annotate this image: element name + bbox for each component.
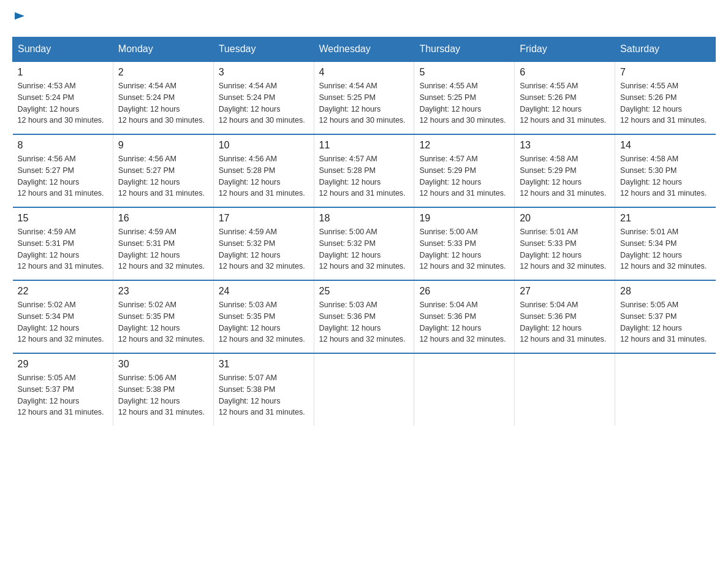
calendar-cell: 1Sunrise: 4:53 AMSunset: 5:24 PMDaylight…	[13, 61, 113, 134]
day-number: 2	[118, 67, 208, 78]
day-info: Sunrise: 5:02 AMSunset: 5:34 PMDaylight:…	[18, 299, 108, 345]
calendar-cell: 15Sunrise: 4:59 AMSunset: 5:31 PMDayligh…	[13, 207, 113, 280]
day-number: 11	[319, 140, 409, 151]
day-number: 1	[18, 67, 108, 78]
day-info: Sunrise: 5:05 AMSunset: 5:37 PMDaylight:…	[620, 299, 710, 345]
day-number: 30	[118, 359, 208, 370]
calendar-cell: 19Sunrise: 5:00 AMSunset: 5:33 PMDayligh…	[414, 207, 515, 280]
day-number: 16	[118, 213, 208, 224]
day-number: 29	[18, 359, 108, 370]
day-number: 28	[620, 286, 710, 297]
calendar-cell: 20Sunrise: 5:01 AMSunset: 5:33 PMDayligh…	[515, 207, 615, 280]
calendar-table: SundayMondayTuesdayWednesdayThursdayFrid…	[12, 37, 716, 426]
day-info: Sunrise: 4:55 AMSunset: 5:26 PMDaylight:…	[520, 80, 610, 126]
day-number: 6	[520, 67, 610, 78]
calendar-cell: 10Sunrise: 4:56 AMSunset: 5:28 PMDayligh…	[213, 134, 314, 207]
calendar-cell	[314, 353, 414, 426]
day-info: Sunrise: 4:57 AMSunset: 5:29 PMDaylight:…	[419, 153, 509, 199]
day-info: Sunrise: 5:04 AMSunset: 5:36 PMDaylight:…	[520, 299, 610, 345]
day-info: Sunrise: 5:00 AMSunset: 5:33 PMDaylight:…	[419, 226, 509, 272]
day-info: Sunrise: 5:05 AMSunset: 5:37 PMDaylight:…	[18, 372, 108, 418]
calendar-cell: 7Sunrise: 4:55 AMSunset: 5:26 PMDaylight…	[615, 61, 716, 134]
calendar-cell: 8Sunrise: 4:56 AMSunset: 5:27 PMDaylight…	[13, 134, 113, 207]
day-info: Sunrise: 5:02 AMSunset: 5:35 PMDaylight:…	[118, 299, 208, 345]
day-number: 20	[520, 213, 610, 224]
day-number: 15	[18, 213, 108, 224]
calendar-cell: 23Sunrise: 5:02 AMSunset: 5:35 PMDayligh…	[113, 280, 213, 353]
calendar-cell: 11Sunrise: 4:57 AMSunset: 5:28 PMDayligh…	[314, 134, 414, 207]
day-number: 10	[219, 140, 309, 151]
calendar-cell: 6Sunrise: 4:55 AMSunset: 5:26 PMDaylight…	[515, 61, 615, 134]
calendar-cell	[515, 353, 615, 426]
calendar-cell: 30Sunrise: 5:06 AMSunset: 5:38 PMDayligh…	[113, 353, 213, 426]
calendar-cell: 27Sunrise: 5:04 AMSunset: 5:36 PMDayligh…	[515, 280, 615, 353]
column-header-tuesday: Tuesday	[213, 37, 314, 62]
calendar-cell: 9Sunrise: 4:56 AMSunset: 5:27 PMDaylight…	[113, 134, 213, 207]
calendar-cell	[414, 353, 515, 426]
day-number: 7	[620, 67, 710, 78]
day-info: Sunrise: 4:54 AMSunset: 5:24 PMDaylight:…	[118, 80, 208, 126]
calendar-cell: 18Sunrise: 5:00 AMSunset: 5:32 PMDayligh…	[314, 207, 414, 280]
column-header-sunday: Sunday	[13, 37, 113, 62]
day-info: Sunrise: 4:56 AMSunset: 5:27 PMDaylight:…	[118, 153, 208, 199]
calendar-cell: 17Sunrise: 4:59 AMSunset: 5:32 PMDayligh…	[213, 207, 314, 280]
day-info: Sunrise: 4:59 AMSunset: 5:31 PMDaylight:…	[18, 226, 108, 272]
day-info: Sunrise: 4:56 AMSunset: 5:27 PMDaylight:…	[18, 153, 108, 199]
day-info: Sunrise: 4:58 AMSunset: 5:30 PMDaylight:…	[620, 153, 710, 199]
calendar-cell: 2Sunrise: 4:54 AMSunset: 5:24 PMDaylight…	[113, 61, 213, 134]
day-number: 13	[520, 140, 610, 151]
day-number: 17	[219, 213, 309, 224]
calendar-week-row: 15Sunrise: 4:59 AMSunset: 5:31 PMDayligh…	[13, 207, 716, 280]
day-number: 12	[419, 140, 509, 151]
day-info: Sunrise: 4:54 AMSunset: 5:24 PMDaylight:…	[219, 80, 309, 126]
calendar-cell: 13Sunrise: 4:58 AMSunset: 5:29 PMDayligh…	[515, 134, 615, 207]
calendar-cell: 12Sunrise: 4:57 AMSunset: 5:29 PMDayligh…	[414, 134, 515, 207]
calendar-week-row: 29Sunrise: 5:05 AMSunset: 5:37 PMDayligh…	[13, 353, 716, 426]
column-header-monday: Monday	[113, 37, 213, 62]
calendar-cell: 31Sunrise: 5:07 AMSunset: 5:38 PMDayligh…	[213, 353, 314, 426]
column-header-thursday: Thursday	[414, 37, 515, 62]
day-info: Sunrise: 4:57 AMSunset: 5:28 PMDaylight:…	[319, 153, 409, 199]
day-number: 18	[319, 213, 409, 224]
calendar-week-row: 1Sunrise: 4:53 AMSunset: 5:24 PMDaylight…	[13, 61, 716, 134]
calendar-cell: 28Sunrise: 5:05 AMSunset: 5:37 PMDayligh…	[615, 280, 716, 353]
day-number: 23	[118, 286, 208, 297]
day-number: 19	[419, 213, 509, 224]
calendar-cell: 26Sunrise: 5:04 AMSunset: 5:36 PMDayligh…	[414, 280, 515, 353]
column-header-saturday: Saturday	[615, 37, 716, 62]
day-info: Sunrise: 4:55 AMSunset: 5:26 PMDaylight:…	[620, 80, 710, 126]
day-number: 21	[620, 213, 710, 224]
calendar-cell: 25Sunrise: 5:03 AMSunset: 5:36 PMDayligh…	[314, 280, 414, 353]
column-header-friday: Friday	[515, 37, 615, 62]
day-number: 25	[319, 286, 409, 297]
day-number: 31	[219, 359, 309, 370]
day-info: Sunrise: 5:03 AMSunset: 5:36 PMDaylight:…	[319, 299, 409, 345]
column-header-wednesday: Wednesday	[314, 37, 414, 62]
calendar-cell: 4Sunrise: 4:54 AMSunset: 5:25 PMDaylight…	[314, 61, 414, 134]
calendar-week-row: 22Sunrise: 5:02 AMSunset: 5:34 PMDayligh…	[13, 280, 716, 353]
day-info: Sunrise: 4:55 AMSunset: 5:25 PMDaylight:…	[419, 80, 509, 126]
calendar-cell	[615, 353, 716, 426]
calendar-header-row: SundayMondayTuesdayWednesdayThursdayFrid…	[13, 37, 716, 62]
day-number: 4	[319, 67, 409, 78]
day-number: 3	[219, 67, 309, 78]
day-info: Sunrise: 4:59 AMSunset: 5:32 PMDaylight:…	[219, 226, 309, 272]
day-number: 9	[118, 140, 208, 151]
day-info: Sunrise: 4:59 AMSunset: 5:31 PMDaylight:…	[118, 226, 208, 272]
day-info: Sunrise: 5:00 AMSunset: 5:32 PMDaylight:…	[319, 226, 409, 272]
day-info: Sunrise: 4:56 AMSunset: 5:28 PMDaylight:…	[219, 153, 309, 199]
day-number: 8	[18, 140, 108, 151]
day-number: 26	[419, 286, 509, 297]
day-info: Sunrise: 4:54 AMSunset: 5:25 PMDaylight:…	[319, 80, 409, 126]
calendar-cell: 21Sunrise: 5:01 AMSunset: 5:34 PMDayligh…	[615, 207, 716, 280]
calendar-cell: 22Sunrise: 5:02 AMSunset: 5:34 PMDayligh…	[13, 280, 113, 353]
logo-flag-icon	[13, 11, 27, 25]
day-info: Sunrise: 5:01 AMSunset: 5:34 PMDaylight:…	[620, 226, 710, 272]
page-header	[12, 12, 716, 25]
calendar-cell: 5Sunrise: 4:55 AMSunset: 5:25 PMDaylight…	[414, 61, 515, 134]
calendar-cell: 24Sunrise: 5:03 AMSunset: 5:35 PMDayligh…	[213, 280, 314, 353]
logo	[12, 12, 27, 25]
calendar-cell: 16Sunrise: 4:59 AMSunset: 5:31 PMDayligh…	[113, 207, 213, 280]
day-info: Sunrise: 5:01 AMSunset: 5:33 PMDaylight:…	[520, 226, 610, 272]
day-number: 24	[219, 286, 309, 297]
